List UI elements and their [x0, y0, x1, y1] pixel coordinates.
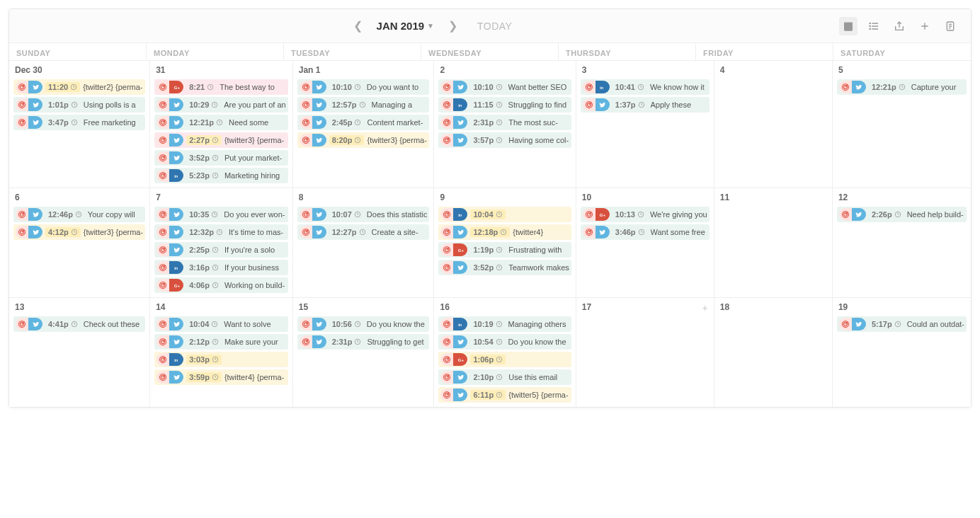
event-text: Could an outdat-	[907, 320, 964, 328]
calendar-event[interactable]: G+10:13We're giving you	[581, 207, 710, 222]
calendar-event[interactable]: 2:45pContent market-	[297, 115, 430, 130]
calendar-cell[interactable]: 810:07Does this statistic12:27pCreate a …	[293, 188, 435, 297]
calendar-event[interactable]: 10:04Want to solve	[154, 316, 288, 332]
calendar-cell[interactable]: Dec 3011:20{twitter2} {perma-1:01pUsing …	[9, 60, 150, 188]
event-text: Need some	[229, 118, 286, 127]
calendar-event[interactable]: 1:37pApply these	[581, 97, 710, 113]
calendar-cell[interactable]: 612:46pYour copy will4:12p{twitter3} {pe…	[9, 188, 150, 297]
calendar-event[interactable]: G+4:06pWorking on build-	[154, 277, 288, 293]
calendar-cell[interactable]: 3in10:41We know how it1:37pApply these	[576, 60, 714, 188]
calendar-cell[interactable]: 10G+10:13We're giving you3:46pWant some …	[576, 188, 714, 297]
calendar-event[interactable]: 4:41pCheck out these	[13, 316, 145, 332]
calendar-cell[interactable]: 1510:56Do you know the2:31pStruggling to…	[293, 297, 435, 407]
calendar-event[interactable]: 2:26pNeed help build-	[837, 207, 967, 222]
calendar-event[interactable]: 12:21pCapture your	[837, 79, 967, 95]
calendar-event[interactable]: 3:52pTeamwork makes	[438, 260, 571, 275]
calendar-event[interactable]: 10:07Does this statistic	[297, 207, 430, 222]
add-event-button[interactable]: +	[702, 302, 708, 313]
calendar-event[interactable]: 10:35Do you ever won-	[154, 207, 288, 222]
target-icon	[300, 318, 312, 330]
calendar-cell[interactable]: 31G+8:21The best way to10:29Are you part…	[150, 60, 293, 188]
calendar-event[interactable]: 3:57pHaving some col-	[438, 132, 571, 148]
calendar-event[interactable]: 2:27p{twitter3} {perma-	[154, 132, 288, 148]
event-badge	[156, 335, 183, 348]
calendar-event[interactable]: in10:41We know how it	[581, 79, 710, 95]
twitter-icon	[169, 226, 183, 238]
event-text: Do you know the	[508, 338, 569, 346]
calendar-event[interactable]: 2:31pThe most suc-	[438, 115, 571, 130]
calendar-event[interactable]: in10:04	[438, 207, 571, 222]
calendar-cell[interactable]: 16in10:19Managing others10:54Do you know…	[434, 297, 576, 407]
calendar-cell[interactable]: 9in10:0412:18p{twitter4}G+1:19pFrustrati…	[434, 188, 576, 297]
list-view-button[interactable]	[865, 17, 883, 35]
calendar-event[interactable]: 10:54Do you know the	[438, 334, 571, 350]
calendar-event[interactable]: 3:46pWant some free	[581, 224, 710, 240]
calendar-event[interactable]: 3:47pFree marketing	[13, 115, 145, 130]
calendar-event[interactable]: 4:12p{twitter3} {perma-	[13, 224, 145, 240]
notes-button[interactable]	[941, 17, 959, 35]
calendar-event[interactable]: 12:18p{twitter4}	[438, 224, 571, 240]
event-time: 2:27p	[186, 135, 222, 145]
target-icon	[440, 81, 453, 93]
calendar-event[interactable]: 10:10Do you want to	[297, 79, 430, 95]
calendar-event[interactable]: G+1:06p	[438, 352, 571, 367]
calendar-event[interactable]: in5:23pMarketing hiring	[154, 168, 288, 183]
twitter-icon	[28, 81, 42, 93]
calendar-event[interactable]: 2:31pStruggling to get	[297, 334, 430, 350]
calendar-cell[interactable]: 195:17pCould an outdat-	[833, 297, 971, 407]
calendar-event[interactable]: 12:46pYour copy will	[13, 207, 145, 222]
target-icon	[156, 318, 169, 330]
calendar-event[interactable]: 3:52pPut your market-	[154, 150, 288, 166]
add-button[interactable]	[916, 17, 934, 35]
calendar-event[interactable]: in10:19Managing others	[438, 316, 571, 332]
event-time: 1:06p	[470, 355, 506, 364]
calendar-event[interactable]: 11:20{twitter2} {perma-	[13, 79, 145, 95]
date-label: Dec 30	[13, 64, 145, 76]
calendar-event[interactable]: 10:10Want better SEO	[438, 79, 571, 95]
calendar-cell[interactable]: 122:26pNeed help build-	[833, 188, 971, 297]
calendar-event[interactable]: 12:27pCreate a site-	[297, 224, 430, 240]
clock-icon	[212, 246, 219, 253]
calendar-cell[interactable]: 512:21pCapture your	[833, 60, 971, 188]
calendar-cell[interactable]: 11	[714, 188, 833, 297]
calendar-event[interactable]: 3:59p{twitter4} {perma-	[154, 369, 288, 385]
clock-icon	[211, 211, 218, 218]
calendar-event[interactable]: in3:16pIf your business	[154, 260, 288, 275]
month-selector[interactable]: JAN 2019 ▼	[377, 20, 434, 32]
calendar-cell[interactable]: 4	[714, 60, 833, 188]
target-icon	[583, 81, 596, 93]
calendar-event[interactable]: G+8:21The best way to	[154, 79, 288, 95]
calendar-view-button[interactable]	[839, 17, 858, 35]
twitter-icon	[312, 116, 326, 129]
calendar-event[interactable]: 5:17pCould an outdat-	[837, 316, 967, 332]
calendar-event[interactable]: G+1:19pFrustrating with	[438, 242, 571, 258]
calendar-cell[interactable]: 210:10Want better SEOin11:15Struggling t…	[434, 60, 576, 188]
calendar-cell[interactable]: Jan 110:10Do you want to12:57pManaging a…	[293, 60, 435, 188]
calendar-event[interactable]: 2:10pUse this email	[438, 369, 571, 385]
calendar-event[interactable]: 12:21pNeed some	[154, 115, 288, 130]
calendar-event[interactable]: in3:03p	[154, 352, 288, 367]
event-time: 4:06p	[186, 280, 222, 290]
event-badge: in	[156, 261, 183, 274]
calendar-event[interactable]: 8:20p{twitter3} {perma-	[297, 132, 430, 148]
calendar-event[interactable]: 2:25pIf you're a solo	[154, 242, 288, 258]
calendar-event[interactable]: 12:32pIt's time to mas-	[154, 224, 288, 240]
calendar-cell[interactable]: 18	[714, 297, 833, 407]
calendar-cell[interactable]: 134:41pCheck out these	[9, 297, 150, 407]
calendar-cell[interactable]: 1410:04Want to solve2:12pMake sure youri…	[150, 297, 293, 407]
target-icon	[156, 98, 169, 111]
calendar-event[interactable]: 6:11p{twitter5} {perma-	[438, 387, 571, 403]
calendar-event[interactable]: 12:57pManaging a	[297, 97, 430, 113]
calendar-event[interactable]: 1:01pUsing polls is a	[13, 97, 145, 113]
share-button[interactable]	[890, 17, 908, 35]
calendar-event[interactable]: 10:29Are you part of an	[154, 97, 288, 113]
prev-month-button[interactable]: ❮	[348, 16, 368, 35]
calendar-cell[interactable]: 17+	[576, 297, 714, 407]
next-month-button[interactable]: ❯	[443, 16, 463, 35]
today-button[interactable]: TODAY	[477, 21, 512, 32]
calendar-cell[interactable]: 710:35Do you ever won-12:32pIt's time to…	[150, 188, 293, 297]
event-time: 12:57p	[329, 100, 369, 110]
calendar-event[interactable]: in11:15Struggling to find	[438, 97, 571, 113]
calendar-event[interactable]: 2:12pMake sure your	[154, 334, 288, 350]
calendar-event[interactable]: 10:56Do you know the	[297, 316, 430, 332]
